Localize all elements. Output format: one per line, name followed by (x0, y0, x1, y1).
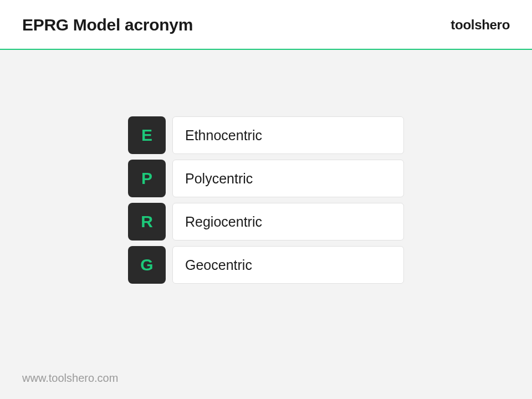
label-box: Ethnocentric (172, 116, 404, 154)
label-box: Geocentric (172, 246, 404, 284)
letter-box: P (128, 160, 166, 197)
acronym-row-g: G Geocentric (128, 246, 404, 284)
letter-box: E (128, 116, 166, 154)
label-box: Polycentric (172, 160, 404, 197)
footer-url: www.toolshero.com (22, 372, 118, 385)
label-box: Regiocentric (172, 203, 404, 241)
acronym-list: E Ethnocentric P Polycentric R Regiocent… (128, 116, 404, 284)
header: EPRG Model acronym toolshero (0, 0, 532, 49)
content-area: E Ethnocentric P Polycentric R Regiocent… (0, 50, 532, 284)
brand-logo: toolshero (451, 17, 510, 33)
acronym-row-p: P Polycentric (128, 160, 404, 197)
letter-box: R (128, 203, 166, 241)
acronym-row-e: E Ethnocentric (128, 116, 404, 154)
page-title: EPRG Model acronym (22, 16, 193, 34)
letter-box: G (128, 246, 166, 284)
acronym-row-r: R Regiocentric (128, 203, 404, 241)
